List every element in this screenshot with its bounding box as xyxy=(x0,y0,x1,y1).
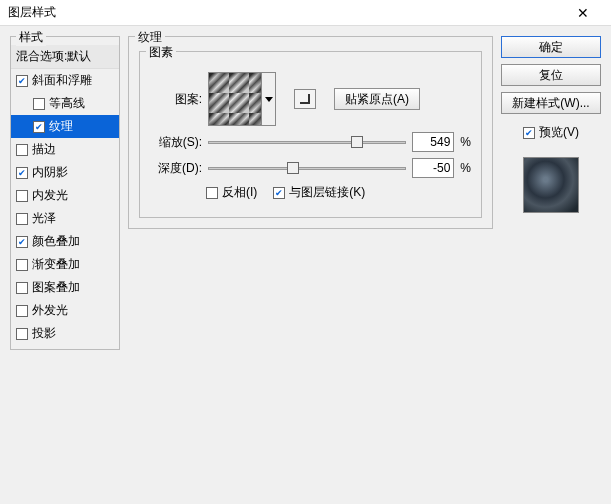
link-layer-checkbox[interactable]: 与图层链接(K) xyxy=(273,184,365,201)
cancel-button[interactable]: 复位 xyxy=(501,64,601,86)
scale-unit: % xyxy=(460,135,471,149)
invert-label: 反相(I) xyxy=(222,184,257,201)
scale-slider[interactable] xyxy=(208,135,406,149)
style-label: 投影 xyxy=(32,325,56,342)
style-checkbox[interactable] xyxy=(16,75,28,87)
create-pattern-icon[interactable] xyxy=(294,89,316,109)
preview-thumbnail xyxy=(523,157,579,213)
style-label: 内阴影 xyxy=(32,164,68,181)
style-row-5[interactable]: 内发光 xyxy=(11,184,119,207)
style-row-6[interactable]: 光泽 xyxy=(11,207,119,230)
scale-input[interactable] xyxy=(412,132,454,152)
pattern-dropdown-icon[interactable] xyxy=(262,72,276,126)
style-row-3[interactable]: 描边 xyxy=(11,138,119,161)
style-checkbox[interactable] xyxy=(33,121,45,133)
pattern-label: 图案: xyxy=(150,91,202,108)
style-label: 纹理 xyxy=(49,118,73,135)
scale-label: 缩放(S): xyxy=(150,134,202,151)
style-checkbox[interactable] xyxy=(16,190,28,202)
settings-panel: 纹理 图素 图案: 贴紧原点(A) 缩放(S): xyxy=(128,36,493,350)
texture-group: 纹理 图素 图案: 贴紧原点(A) 缩放(S): xyxy=(128,36,493,229)
style-row-9[interactable]: 图案叠加 xyxy=(11,276,119,299)
content: 样式 混合选项:默认 斜面和浮雕等高线纹理描边内阴影内发光光泽颜色叠加渐变叠加图… xyxy=(0,26,611,360)
style-row-1[interactable]: 等高线 xyxy=(11,92,119,115)
style-checkbox[interactable] xyxy=(16,282,28,294)
elements-fieldset: 图素 图案: 贴紧原点(A) 缩放(S): % xyxy=(139,51,482,218)
depth-slider[interactable] xyxy=(208,161,406,175)
depth-label: 深度(D): xyxy=(150,160,202,177)
style-checkbox[interactable] xyxy=(16,144,28,156)
invert-checkbox[interactable]: 反相(I) xyxy=(206,184,257,201)
style-checkbox[interactable] xyxy=(16,213,28,225)
pattern-swatch[interactable] xyxy=(208,72,262,126)
titlebar: 图层样式 ✕ xyxy=(0,0,611,26)
action-panel: 确定 复位 新建样式(W)... 预览(V) xyxy=(501,36,601,350)
snap-origin-button[interactable]: 贴紧原点(A) xyxy=(334,88,420,110)
style-checkbox[interactable] xyxy=(33,98,45,110)
depth-unit: % xyxy=(460,161,471,175)
style-label: 渐变叠加 xyxy=(32,256,80,273)
style-row-7[interactable]: 颜色叠加 xyxy=(11,230,119,253)
styles-panel: 样式 混合选项:默认 斜面和浮雕等高线纹理描边内阴影内发光光泽颜色叠加渐变叠加图… xyxy=(10,36,120,350)
style-row-10[interactable]: 外发光 xyxy=(11,299,119,322)
scale-row: 缩放(S): % xyxy=(150,132,471,152)
blend-options[interactable]: 混合选项:默认 xyxy=(11,45,119,69)
style-checkbox[interactable] xyxy=(16,305,28,317)
style-label: 图案叠加 xyxy=(32,279,80,296)
elements-label: 图素 xyxy=(146,44,176,61)
style-checkbox[interactable] xyxy=(16,167,28,179)
style-label: 外发光 xyxy=(32,302,68,319)
style-row-11[interactable]: 投影 xyxy=(11,322,119,345)
link-layer-label: 与图层链接(K) xyxy=(289,184,365,201)
depth-input[interactable] xyxy=(412,158,454,178)
style-label: 斜面和浮雕 xyxy=(32,72,92,89)
style-label: 描边 xyxy=(32,141,56,158)
style-checkbox[interactable] xyxy=(16,259,28,271)
ok-button[interactable]: 确定 xyxy=(501,36,601,58)
style-label: 等高线 xyxy=(49,95,85,112)
new-style-button[interactable]: 新建样式(W)... xyxy=(501,92,601,114)
preview-label: 预览(V) xyxy=(539,124,579,141)
preview-checkbox[interactable]: 预览(V) xyxy=(501,124,601,141)
style-row-4[interactable]: 内阴影 xyxy=(11,161,119,184)
style-label: 内发光 xyxy=(32,187,68,204)
styles-header: 样式 xyxy=(16,29,46,46)
style-row-2[interactable]: 纹理 xyxy=(11,115,119,138)
style-checkbox[interactable] xyxy=(16,328,28,340)
close-icon[interactable]: ✕ xyxy=(563,5,603,21)
style-row-0[interactable]: 斜面和浮雕 xyxy=(11,69,119,92)
style-label: 颜色叠加 xyxy=(32,233,80,250)
style-label: 光泽 xyxy=(32,210,56,227)
style-row-8[interactable]: 渐变叠加 xyxy=(11,253,119,276)
depth-row: 深度(D): % xyxy=(150,158,471,178)
pattern-row: 图案: 贴紧原点(A) xyxy=(150,72,471,126)
pattern-well[interactable] xyxy=(208,72,276,126)
window-title: 图层样式 xyxy=(8,4,563,21)
styles-group: 样式 混合选项:默认 斜面和浮雕等高线纹理描边内阴影内发光光泽颜色叠加渐变叠加图… xyxy=(10,36,120,350)
style-checkbox[interactable] xyxy=(16,236,28,248)
options-row: 反相(I) 与图层链接(K) xyxy=(150,184,471,201)
